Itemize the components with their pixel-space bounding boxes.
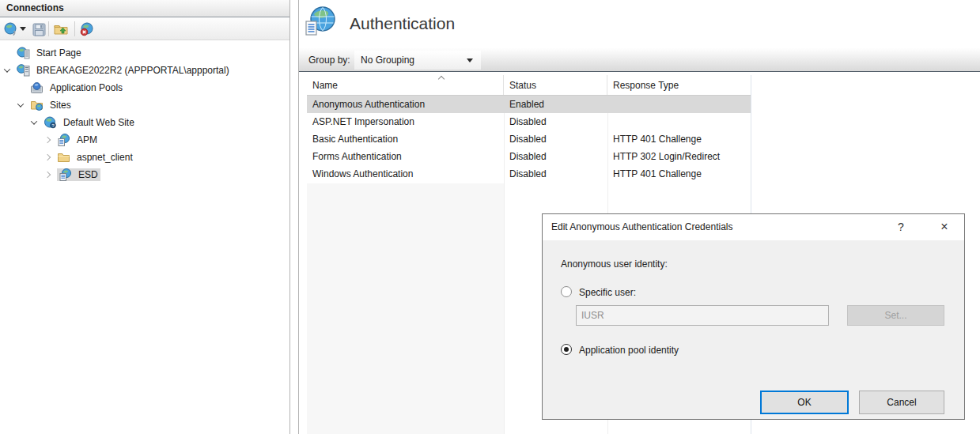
tree-item-sites[interactable]: Sites bbox=[0, 96, 289, 114]
close-icon[interactable]: × bbox=[929, 214, 960, 240]
folder-icon bbox=[57, 151, 70, 164]
authentication-list: Name Status Response Type Anonymous Auth… bbox=[307, 75, 751, 183]
group-by-dropdown[interactable]: No Grouping bbox=[354, 51, 481, 70]
disconnect-server-button[interactable] bbox=[78, 21, 96, 38]
tree-item-esd[interactable]: ESD bbox=[0, 166, 289, 183]
page-header: Authentication bbox=[304, 5, 455, 40]
import-connection-button[interactable] bbox=[52, 21, 70, 38]
tree-item-start-page[interactable]: Start Page bbox=[0, 44, 289, 62]
application-pool-identity-radio[interactable] bbox=[561, 344, 572, 355]
list-row-aspnet-impersonation[interactable]: ASP.NET Impersonation Disabled bbox=[307, 113, 751, 130]
globe-connect-icon bbox=[3, 22, 18, 37]
set-button: Set... bbox=[847, 305, 944, 326]
column-header-name[interactable]: Name bbox=[307, 75, 504, 95]
group-by-toolbar: Group by: No Grouping bbox=[299, 48, 980, 72]
expander-collapsed-icon[interactable] bbox=[44, 154, 51, 160]
group-by-label: Group by: bbox=[308, 55, 350, 66]
cell-status: Disabled bbox=[504, 148, 607, 165]
page-title: Authentication bbox=[350, 14, 455, 33]
column-header-status[interactable]: Status bbox=[504, 75, 607, 95]
cancel-button[interactable]: Cancel bbox=[859, 391, 944, 414]
selected-tree-item-highlight: ESD bbox=[57, 168, 100, 181]
application-pools-icon bbox=[30, 81, 44, 94]
cell-response: HTTP 401 Challenge bbox=[607, 165, 751, 183]
save-connections-button[interactable] bbox=[30, 21, 47, 38]
expander-collapsed-icon[interactable] bbox=[44, 137, 51, 143]
dialog-title-bar[interactable]: Edit Anonymous Authentication Credential… bbox=[543, 214, 964, 240]
tree-item-default-web-site[interactable]: ? Default Web Site bbox=[0, 114, 289, 131]
expander-expanded-icon[interactable] bbox=[17, 100, 24, 107]
tree-item-label: Start Page bbox=[34, 47, 84, 59]
start-page-icon bbox=[17, 47, 30, 59]
web-application-icon bbox=[57, 134, 70, 146]
dialog-title: Edit Anonymous Authentication Credential… bbox=[551, 221, 732, 232]
tree-item-application-pools[interactable]: Application Pools bbox=[0, 79, 289, 96]
cell-response: HTTP 401 Challenge bbox=[607, 130, 751, 148]
website-globe-icon: ? bbox=[44, 116, 57, 129]
connections-toolbar bbox=[0, 17, 289, 40]
group-by-value: No Grouping bbox=[361, 55, 414, 66]
authentication-globe-document-icon bbox=[304, 5, 339, 40]
cell-response bbox=[607, 113, 751, 130]
tree-item-label: Application Pools bbox=[47, 81, 125, 94]
ok-button[interactable]: OK bbox=[760, 391, 849, 414]
server-icon bbox=[17, 64, 30, 77]
cell-name: Basic Authentication bbox=[307, 130, 504, 148]
list-header: Name Status Response Type bbox=[307, 75, 751, 96]
connect-to-server-button[interactable] bbox=[2, 21, 19, 38]
tree-item-apm[interactable]: APM bbox=[0, 131, 289, 149]
list-row-anonymous-authentication[interactable]: Anonymous Authentication Enabled bbox=[307, 96, 751, 113]
web-application-icon bbox=[59, 168, 72, 181]
cell-response bbox=[607, 96, 751, 113]
expander-expanded-icon[interactable] bbox=[4, 66, 10, 72]
column-header-response-type[interactable]: Response Type bbox=[607, 75, 751, 95]
anonymous-user-identity-label: Anonymous user identity: bbox=[561, 259, 668, 270]
specific-user-label: Specific user: bbox=[579, 287, 636, 298]
tree-item-label: aspnet_client bbox=[74, 151, 135, 164]
floppy-disk-icon bbox=[32, 23, 46, 36]
connections-panel-title: Connections bbox=[0, 0, 289, 17]
cell-status: Disabled bbox=[504, 113, 607, 130]
sites-folder-icon bbox=[30, 99, 44, 111]
cell-name: Anonymous Authentication bbox=[307, 96, 504, 113]
tree-item-label: APM bbox=[74, 134, 100, 146]
specific-user-radio[interactable] bbox=[561, 286, 572, 297]
toolbar-separator bbox=[48, 21, 49, 36]
username-field[interactable]: IUSR bbox=[576, 305, 829, 326]
expander-expanded-icon[interactable] bbox=[31, 118, 37, 124]
list-row-windows-authentication[interactable]: Windows Authentication Disabled HTTP 401… bbox=[307, 165, 751, 183]
connections-panel: Connections bbox=[0, 0, 290, 434]
help-icon[interactable]: ? bbox=[889, 214, 913, 240]
cell-name: Forms Authentication bbox=[307, 148, 504, 165]
application-pool-identity-label: Application pool identity bbox=[579, 345, 679, 356]
toolbar-separator bbox=[74, 21, 75, 36]
svg-text:?: ? bbox=[51, 123, 54, 128]
folder-up-arrow-icon bbox=[53, 22, 69, 36]
cell-status: Enabled bbox=[504, 96, 607, 113]
connections-tree: Start Page BREAKAGE2022R2 (APPPORTAL\app… bbox=[0, 44, 289, 183]
cell-name: ASP.NET Impersonation bbox=[307, 113, 504, 130]
tree-item-label: Default Web Site bbox=[61, 116, 137, 129]
edit-anonymous-credentials-dialog: Edit Anonymous Authentication Credential… bbox=[542, 213, 965, 420]
connect-dropdown-caret[interactable] bbox=[20, 27, 26, 31]
tree-item-label: ESD bbox=[76, 168, 100, 181]
tree-item-label: Sites bbox=[47, 99, 74, 111]
list-empty-area bbox=[307, 183, 504, 434]
list-row-basic-authentication[interactable]: Basic Authentication Disabled HTTP 401 C… bbox=[307, 130, 751, 148]
cell-status: Disabled bbox=[504, 130, 607, 148]
cell-response: HTTP 302 Login/Redirect bbox=[607, 148, 751, 165]
tree-item-server[interactable]: BREAKAGE2022R2 (APPPORTAL\appportal) bbox=[0, 62, 289, 79]
tree-item-aspnet-client[interactable]: aspnet_client bbox=[0, 149, 289, 166]
globe-red-x-icon bbox=[79, 22, 95, 37]
tree-item-label: BREAKAGE2022R2 (APPPORTAL\appportal) bbox=[34, 64, 232, 77]
list-row-forms-authentication[interactable]: Forms Authentication Disabled HTTP 302 L… bbox=[307, 148, 751, 165]
cell-status: Disabled bbox=[504, 165, 607, 183]
cell-name: Windows Authentication bbox=[307, 165, 504, 183]
chevron-down-icon bbox=[467, 58, 473, 62]
expander-collapsed-icon[interactable] bbox=[44, 172, 51, 178]
